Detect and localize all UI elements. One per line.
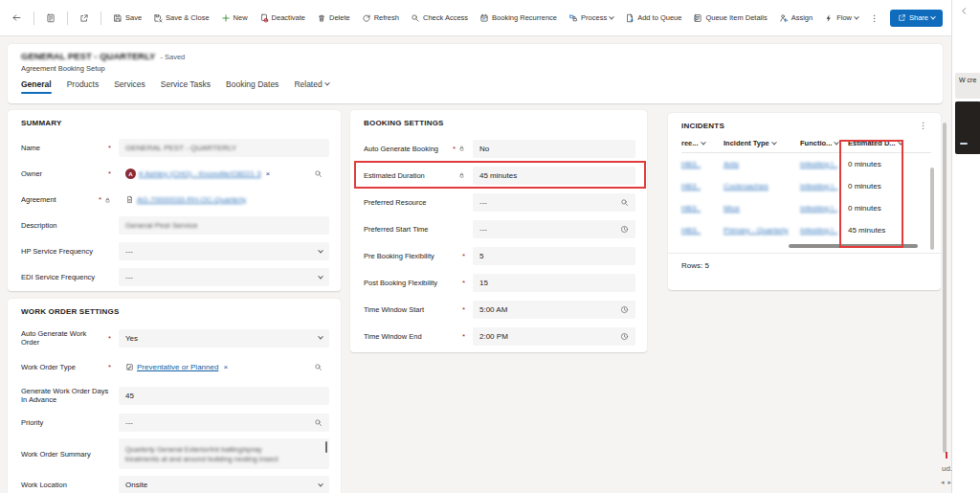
estimated-duration-field[interactable]: 45 minutes xyxy=(473,167,635,185)
tab-general[interactable]: General xyxy=(21,79,52,94)
remove-value-icon[interactable]: × xyxy=(266,169,271,178)
generate-days-input[interactable]: 45 xyxy=(119,387,329,405)
horizontal-scrollbar[interactable] xyxy=(789,244,918,248)
column-header-functional[interactable]: Functio... xyxy=(800,139,848,147)
queue-item-details-button[interactable]: Queue Item Details xyxy=(693,13,767,23)
edi-service-frequency-select[interactable]: --- xyxy=(119,268,329,286)
agreement-lookup[interactable]: AG-70000033-RH-OC-Quarterly xyxy=(119,190,329,209)
delete-button[interactable]: Delete xyxy=(317,13,350,23)
name-input[interactable]: GENERAL PEST - QUARTERLY xyxy=(119,139,329,157)
dropdown-control[interactable] xyxy=(319,250,323,254)
field-value: 15 xyxy=(479,279,488,287)
work-order-summary-textarea[interactable]: Quarterly General Exterior/Int baiting/s… xyxy=(119,438,329,469)
column-header-incident-type[interactable]: Incident Type xyxy=(724,139,800,147)
tab-products[interactable]: Products xyxy=(67,79,100,94)
lock-icon xyxy=(458,171,465,179)
tab-service-tasks[interactable]: Service Tasks xyxy=(161,79,211,94)
cell-incident-type-link[interactable]: Ants xyxy=(724,160,800,168)
cell-incident-type-link[interactable]: Primary - Quarterly xyxy=(724,226,800,235)
textarea-scrollbar[interactable] xyxy=(325,441,327,453)
more-commands-button[interactable]: ⋮ xyxy=(870,13,879,23)
page-scrollbar[interactable] xyxy=(943,123,947,453)
column-header-agreement[interactable]: ree... xyxy=(681,139,724,147)
new-button[interactable]: New xyxy=(221,13,248,23)
dropdown-control[interactable] xyxy=(319,276,323,280)
pager-arrows-fragment[interactable]: ◂ ▸ xyxy=(941,479,952,486)
popout-button[interactable] xyxy=(79,13,89,23)
hp-service-frequency-select[interactable]: --- xyxy=(119,242,329,260)
table-row[interactable]: HB3.. Ants Infesting I.. 0 minutes xyxy=(681,153,931,175)
cell-functional-link[interactable]: Infesting I.. xyxy=(800,160,848,168)
add-to-queue-button[interactable]: Add to Queue xyxy=(625,13,681,23)
lookup-search-control[interactable] xyxy=(314,418,323,427)
owner-link[interactable]: # Ashley (CHG) - Knoxville/O8221 3 xyxy=(139,169,261,178)
panel-thumbnail-fragment[interactable] xyxy=(955,101,980,154)
work-location-select[interactable]: Onsite xyxy=(119,476,329,493)
cell-functional-link[interactable]: Infesting I.. xyxy=(800,226,848,235)
back-button[interactable] xyxy=(11,12,22,23)
preferred-start-time-field[interactable]: --- xyxy=(473,220,635,238)
field-label: Work Order Summary xyxy=(21,450,111,459)
cell-agreement-link[interactable]: HB3.. xyxy=(681,160,724,168)
required-marker: * xyxy=(99,195,101,204)
dropdown-control[interactable] xyxy=(319,336,323,340)
auto-generate-work-order-select[interactable]: Yes xyxy=(119,329,329,347)
lookup-search-control[interactable] xyxy=(314,363,323,371)
pre-booking-flexibility-input[interactable]: 5 xyxy=(473,247,635,265)
add-to-queue-label: Add to Queue xyxy=(637,13,681,22)
lookup-search-control[interactable] xyxy=(314,169,323,178)
chevron-left-icon xyxy=(960,7,969,15)
save-and-close-button[interactable]: Save & Close xyxy=(153,13,209,23)
dropdown-control[interactable] xyxy=(319,483,323,487)
save-button[interactable]: Save xyxy=(113,13,142,23)
table-row[interactable]: HB3.. Cockroaches Infesting I.. 0 minute… xyxy=(681,175,931,197)
refresh-button[interactable]: Refresh xyxy=(362,13,399,23)
auto-generate-booking-field[interactable]: No xyxy=(473,140,635,158)
post-booking-flexibility-input[interactable]: 15 xyxy=(473,274,635,292)
field-label-wrap: HP Service Frequency xyxy=(21,247,119,256)
booking-recurrence-button[interactable]: Booking Recurrence xyxy=(479,13,557,23)
priority-lookup[interactable]: --- xyxy=(119,414,329,432)
tab-booking-dates[interactable]: Booking Dates xyxy=(226,79,278,94)
cell-agreement-link[interactable]: HB3.. xyxy=(681,226,724,235)
summary-section-title: SUMMARY xyxy=(8,110,341,135)
field-label-wrap: Time Window End * xyxy=(364,332,473,341)
work-order-type-lookup[interactable]: Preventative or Planned × xyxy=(119,358,329,376)
work-order-type-link[interactable]: Preventative or Planned xyxy=(137,363,218,371)
time-picker-control[interactable] xyxy=(620,225,629,234)
cell-incident-type-link[interactable]: Cockroaches xyxy=(724,182,800,190)
lookup-search-control[interactable] xyxy=(620,198,629,207)
cell-functional-link[interactable]: Infesting I.. xyxy=(800,182,848,190)
panel-card-fragment[interactable]: W cre xyxy=(955,73,980,99)
description-input[interactable]: General Pest Service xyxy=(119,216,329,235)
vertical-scrollbar[interactable] xyxy=(930,168,934,250)
assign-button[interactable]: Assign xyxy=(779,13,813,23)
time-window-end-field[interactable]: 2:00 PM xyxy=(473,327,635,346)
check-access-button[interactable]: Check Access xyxy=(411,13,468,23)
time-picker-control[interactable] xyxy=(620,332,629,341)
flow-button[interactable]: Flow xyxy=(824,13,858,23)
time-picker-control[interactable] xyxy=(620,305,629,314)
cell-functional-link[interactable]: Infesting I.. xyxy=(800,204,848,213)
share-button[interactable]: Share xyxy=(890,10,943,27)
form-selector-button[interactable] xyxy=(46,13,56,23)
cell-agreement-link[interactable]: HB3.. xyxy=(681,182,724,190)
preferred-resource-lookup[interactable]: --- xyxy=(473,193,635,212)
column-header-estimated-duration[interactable]: Estimated D... xyxy=(848,139,903,147)
more-options-icon[interactable]: ⋮ xyxy=(919,121,927,130)
toolbar-divider xyxy=(33,11,34,25)
cell-agreement-link[interactable]: HB3.. xyxy=(681,204,724,213)
table-row[interactable]: HB3.. Mice Infesting I.. 0 minutes xyxy=(681,197,931,219)
time-window-start-field[interactable]: 5:00 AM xyxy=(473,301,635,319)
collapse-panel-button[interactable] xyxy=(960,7,969,15)
cell-incident-type-link[interactable]: Mice xyxy=(724,204,800,213)
owner-lookup[interactable]: A # Ashley (CHG) - Knoxville/O8221 3 × xyxy=(119,165,329,183)
table-row[interactable]: HB3.. Primary - Quarterly Infesting I.. … xyxy=(681,219,931,241)
process-button[interactable]: Process xyxy=(568,13,613,23)
tab-services[interactable]: Services xyxy=(114,79,145,94)
agreement-link[interactable]: AG-70000033-RH-OC-Quarterly xyxy=(137,195,246,204)
tab-related[interactable]: Related xyxy=(294,79,328,94)
deactivate-button[interactable]: Deactivate xyxy=(259,13,305,23)
field-label: Post Booking Flexibility xyxy=(364,279,459,287)
remove-value-icon[interactable]: × xyxy=(223,363,228,371)
